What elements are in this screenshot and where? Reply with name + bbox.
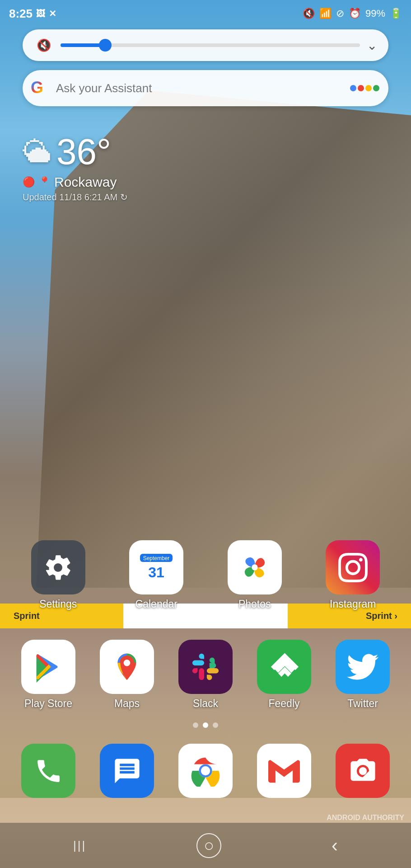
google-assistant-icon[interactable] [350, 85, 379, 91]
sprint-text-1: Sprint [14, 611, 40, 621]
page-dot-1 [193, 722, 198, 728]
dot-yellow [365, 85, 372, 91]
cloud-icon: 🌥 [23, 135, 52, 169]
google-search-bar[interactable]: G Ask your Assistant [23, 70, 388, 106]
nav-bar: ||| ○ ‹ [0, 823, 411, 868]
slack-hash-icon [190, 651, 221, 683]
svg-point-4 [252, 564, 257, 570]
mute-icon: 🔇 [37, 38, 51, 52]
dot-green [373, 85, 379, 91]
calendar-icon: 31 September [138, 549, 174, 585]
slack-label: Slack [193, 698, 218, 710]
dock-messages[interactable] [91, 744, 163, 798]
app-item-calendar[interactable]: 31 September Calendar [120, 540, 192, 610]
playstore-label: Play Store [24, 698, 72, 710]
dock-gmail[interactable] [248, 744, 320, 798]
calendar-label: Calendar [135, 598, 177, 610]
camera-lens-icon [348, 756, 378, 786]
app-item-slack[interactable]: Slack [169, 640, 242, 710]
dot-red [358, 85, 364, 91]
phone-icon-wrap[interactable] [21, 744, 75, 798]
back-button[interactable]: ‹ [332, 835, 338, 856]
location-pin-icon: 📍 [38, 176, 51, 188]
battery-icon: 🔋 [390, 8, 402, 19]
app-grid-top: Settings 31 September Calendar Photos [0, 540, 411, 610]
notification-icon-x: ✕ [49, 8, 56, 19]
chevron-down-icon[interactable]: ⌄ [367, 38, 377, 53]
slack-icon-wrap[interactable] [178, 640, 233, 694]
pinwheel-icon [237, 549, 273, 585]
twitter-icon-wrap[interactable] [336, 640, 390, 694]
camera-icon-wrap[interactable] [336, 744, 390, 798]
mute-status-icon: 🔇 [303, 8, 315, 19]
svg-text:31: 31 [148, 564, 164, 580]
photos-label: Photos [238, 598, 271, 610]
settings-icon-wrap[interactable] [31, 540, 85, 594]
dock [0, 744, 411, 798]
feedly-icon-wrap[interactable] [257, 640, 311, 694]
weather-updated: Updated 11/18 6:21 AM ↻ [23, 192, 128, 203]
time-display: 8:25 [9, 7, 33, 21]
twitter-label: Twitter [347, 698, 378, 710]
status-bar: 8:25 🖼 ✕ 🔇 📶 ⊘ ⏰ 99% 🔋 [0, 0, 411, 27]
mute-button[interactable]: 🔇 [34, 35, 54, 55]
notification-icon-image: 🖼 [36, 9, 45, 19]
dnd-icon: ⊘ [336, 8, 344, 19]
weather-widget: 🌥 36° 🔴 📍 Rockaway Updated 11/18 6:21 AM… [23, 131, 128, 203]
google-logo: G [31, 78, 51, 98]
refresh-icon: ↻ [120, 192, 128, 202]
play-triangle-icon [33, 651, 64, 683]
phone-icon [34, 756, 63, 786]
app-item-settings[interactable]: Settings [22, 540, 94, 610]
maps-icon-wrap[interactable] [100, 640, 154, 694]
dock-chrome[interactable] [169, 744, 242, 798]
instagram-label: Instagram [330, 598, 376, 610]
gear-icon [43, 553, 73, 582]
playstore-icon-wrap[interactable] [21, 640, 75, 694]
watermark: ANDROID AUTHORITY [327, 814, 404, 822]
search-placeholder[interactable]: Ask your Assistant [56, 81, 345, 95]
settings-label: Settings [39, 598, 77, 610]
calendar-icon-wrap[interactable]: 31 September [129, 540, 183, 594]
temperature-display: 36° [56, 131, 111, 173]
app-item-maps[interactable]: Maps [91, 640, 163, 710]
app-item-photos[interactable]: Photos [219, 540, 291, 610]
app-item-feedly[interactable]: Feedly [248, 640, 320, 710]
media-bar[interactable]: 🔇 ⌄ [23, 29, 388, 61]
dot-blue [350, 85, 356, 91]
weather-alert-icon: 🔴 [23, 176, 35, 188]
map-pin-icon [111, 651, 143, 683]
page-dot-3 [213, 722, 218, 728]
instagram-icon-wrap[interactable] [326, 540, 380, 594]
twitter-bird-icon [347, 651, 378, 683]
volume-slider[interactable] [61, 43, 360, 47]
chrome-icon [190, 755, 221, 787]
chrome-icon-wrap[interactable] [178, 744, 233, 798]
dock-phone[interactable] [12, 744, 84, 798]
home-button[interactable]: ○ [196, 833, 221, 858]
status-left: 8:25 🖼 ✕ [9, 7, 56, 21]
chat-bubble-icon [112, 756, 142, 786]
app-item-twitter[interactable]: Twitter [327, 640, 399, 710]
page-dots [0, 722, 411, 728]
volume-thumb[interactable] [99, 39, 112, 52]
recents-button[interactable]: ||| [73, 839, 86, 853]
page-dot-2-active [203, 722, 208, 728]
photos-icon-wrap[interactable] [228, 540, 282, 594]
instagram-camera-icon [338, 553, 368, 582]
maps-label: Maps [114, 698, 140, 710]
alarm-icon: ⏰ [349, 8, 361, 19]
sprint-text-2: Sprint › [366, 611, 397, 621]
app-item-playstore[interactable]: Play Store [12, 640, 84, 710]
svg-text:September: September [143, 555, 170, 561]
dock-camera[interactable] [327, 744, 399, 798]
app-item-instagram[interactable]: Instagram [317, 540, 389, 610]
gmail-icon-wrap[interactable] [257, 744, 311, 798]
status-right: 🔇 📶 ⊘ ⏰ 99% 🔋 [303, 8, 402, 19]
location-name: Rockaway [54, 175, 117, 190]
gmail-envelope-icon [268, 755, 300, 787]
feedly-f-icon [268, 651, 300, 683]
battery-pct: 99% [365, 8, 385, 19]
messages-icon-wrap[interactable] [100, 744, 154, 798]
app-grid-bottom: Play Store Maps Slack [0, 640, 411, 710]
